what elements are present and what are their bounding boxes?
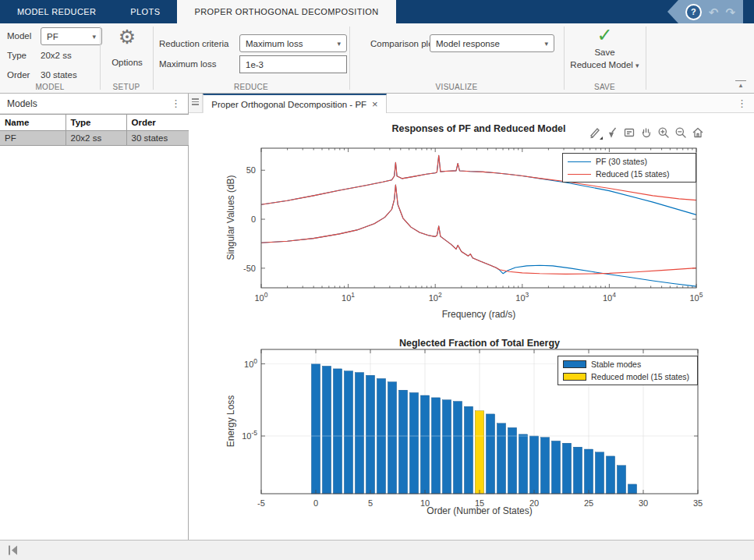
ribbon: Model PF ▾ Type 20x2 ss Order 30 states … bbox=[0, 23, 754, 94]
toolstrip: MODEL REDUCER PLOTS PROPER ORTHOGONAL DE… bbox=[0, 0, 754, 23]
bar bbox=[529, 436, 538, 494]
models-panel-title: Models bbox=[7, 98, 37, 109]
tab-proper-orthogonal-decomposition[interactable]: PROPER ORTHOGONAL DECOMPOSITION bbox=[177, 0, 395, 23]
reduced-model-swatch bbox=[563, 373, 586, 381]
figure-area: 100101102103104105500-50-505101520253035… bbox=[189, 113, 754, 540]
maximum-loss-label: Maximum loss bbox=[159, 58, 216, 70]
bottom-chart-legend[interactable]: Stable modes Reduced model (15 states) bbox=[558, 356, 698, 385]
document-tab-title: Proper Orthogonal Decomposition - PF bbox=[211, 100, 366, 109]
bar bbox=[431, 398, 440, 494]
tick-label: 100 bbox=[244, 357, 257, 369]
maximum-loss-input[interactable]: 1e-3 bbox=[239, 55, 347, 73]
visualize-section-label: VISUALIZE bbox=[349, 83, 564, 91]
bar bbox=[573, 447, 582, 494]
stable-modes-swatch bbox=[563, 360, 586, 368]
comparison-plot-dropdown[interactable]: Model response ▾ bbox=[430, 34, 554, 52]
tick-label: 50 bbox=[246, 165, 256, 175]
order-field-value: 30 states bbox=[41, 69, 77, 81]
reduction-criteria-dropdown[interactable]: Maximum loss ▾ bbox=[239, 34, 347, 52]
document-list-icon[interactable] bbox=[189, 94, 203, 112]
undo-icon[interactable]: ↶ bbox=[709, 6, 719, 18]
bar-highlight bbox=[475, 411, 483, 494]
status-bar bbox=[0, 540, 754, 560]
reduced-line-swatch bbox=[568, 174, 591, 175]
top-chart-legend[interactable]: PF (30 states) Reduced (15 states) bbox=[562, 153, 696, 183]
top-chart-title: Responses of PF and Reduced Model bbox=[261, 123, 696, 134]
bar bbox=[551, 441, 560, 494]
model-dropdown-value: PF bbox=[47, 32, 58, 41]
chevron-down-icon: ▾ bbox=[635, 62, 639, 69]
series-pf-sigma2 bbox=[261, 185, 696, 286]
bar bbox=[420, 395, 429, 494]
save-reduced-model-button-line2[interactable]: Reduced Model ▾ bbox=[554, 60, 656, 69]
quick-access-bar: ? ↶ ↷ bbox=[667, 0, 743, 23]
bar bbox=[606, 456, 614, 494]
reduction-criteria-value: Maximum loss bbox=[246, 39, 303, 48]
legend-label: Reduced (15 states) bbox=[596, 169, 670, 179]
models-panel: Models ⋮ Name Type Order PF 20x2 ss 3 bbox=[0, 94, 189, 540]
legend-label: PF (30 states) bbox=[596, 157, 647, 166]
tick-label: 102 bbox=[429, 291, 442, 303]
bar bbox=[322, 366, 331, 494]
bar bbox=[497, 424, 505, 494]
collapse-ribbon-icon[interactable]: ▴ bbox=[735, 80, 746, 88]
reduction-criteria-label: Reduction criteria bbox=[159, 37, 228, 50]
bar bbox=[628, 484, 636, 494]
options-button[interactable]: Options bbox=[101, 58, 153, 67]
collapse-left-panel-icon[interactable] bbox=[8, 545, 19, 555]
bar bbox=[366, 375, 374, 494]
column-header-type[interactable]: Type bbox=[65, 115, 126, 131]
model-section-label: MODEL bbox=[0, 83, 100, 91]
series-reduced-sigma2 bbox=[261, 185, 696, 274]
tab-model-reducer[interactable]: MODEL REDUCER bbox=[0, 0, 113, 23]
tick-label: 104 bbox=[603, 291, 616, 303]
bottom-chart-title: Neglected Fraction of Total Energy bbox=[261, 338, 698, 349]
export-dropdown-icon bbox=[600, 136, 603, 140]
table-row[interactable]: PF 20x2 ss 30 states bbox=[0, 131, 189, 146]
bar bbox=[453, 402, 462, 494]
save-check-icon[interactable]: ✓ bbox=[564, 23, 646, 47]
model-dropdown[interactable]: PF ▾ bbox=[41, 27, 102, 45]
column-header-order[interactable]: Order bbox=[126, 115, 189, 131]
type-field-label: Type bbox=[7, 49, 27, 62]
setup-section-label: SETUP bbox=[100, 83, 153, 91]
close-icon[interactable]: × bbox=[372, 98, 378, 110]
reduce-section-label: REDUCE bbox=[153, 83, 349, 91]
bar bbox=[344, 371, 352, 494]
model-order-cell: 30 states bbox=[126, 131, 189, 146]
bottom-chart-xlabel: Order (Number of States) bbox=[261, 505, 698, 516]
bar bbox=[409, 393, 418, 494]
model-field-label: Model bbox=[7, 30, 31, 42]
legend-entry: Reduced model (15 states) bbox=[563, 371, 692, 382]
bar bbox=[562, 443, 571, 494]
tick-label: 101 bbox=[342, 291, 355, 303]
model-name-cell: PF bbox=[0, 131, 65, 146]
redo-icon[interactable]: ↷ bbox=[725, 6, 735, 18]
models-panel-menu-icon[interactable]: ⋮ bbox=[171, 98, 181, 108]
type-field-value: 20x2 ss bbox=[41, 49, 72, 62]
bar bbox=[442, 400, 451, 494]
help-icon[interactable]: ? bbox=[685, 4, 702, 20]
tab-plots[interactable]: PLOTS bbox=[113, 0, 177, 23]
bar bbox=[311, 364, 320, 494]
save-section-label: SAVE bbox=[564, 83, 646, 91]
models-panel-header: Models ⋮ bbox=[0, 94, 188, 114]
bar bbox=[519, 434, 527, 494]
legend-entry: Stable modes bbox=[563, 359, 692, 370]
gear-icon[interactable]: ⚙ bbox=[114, 25, 140, 48]
tick-label: 10-5 bbox=[242, 429, 257, 441]
top-chart-xlabel: Frequency (rad/s) bbox=[261, 309, 696, 320]
column-header-name[interactable]: Name bbox=[0, 115, 65, 131]
tick-label: 0 bbox=[251, 214, 256, 224]
save-reduced-model-button[interactable]: Save bbox=[564, 48, 646, 57]
pf-line-swatch bbox=[568, 161, 591, 162]
tick-label: 103 bbox=[515, 291, 529, 303]
document-bar-menu-icon[interactable]: ⋮ bbox=[737, 98, 747, 108]
comparison-plot-value: Model response bbox=[436, 39, 500, 48]
chevron-down-icon: ▾ bbox=[337, 40, 341, 48]
bar bbox=[333, 369, 342, 494]
model-reducer-app: MODEL REDUCER PLOTS PROPER ORTHOGONAL DE… bbox=[0, 0, 754, 560]
tick-label: 100 bbox=[255, 291, 268, 303]
tab-proper-orthogonal-decomposition-pf[interactable]: Proper Orthogonal Decomposition - PF × bbox=[203, 94, 387, 113]
bar bbox=[486, 414, 494, 494]
